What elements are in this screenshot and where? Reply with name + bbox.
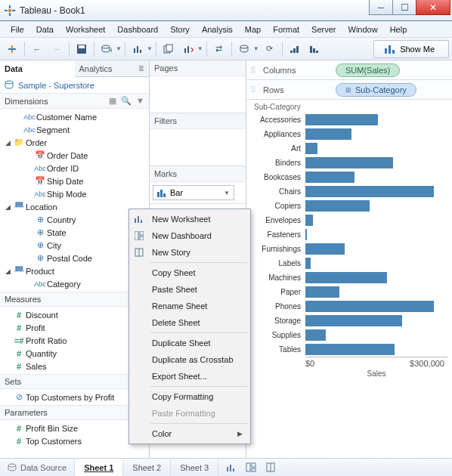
menu-server[interactable]: Server — [305, 23, 342, 36]
duplicate-button[interactable] — [159, 40, 178, 58]
mark-type-dropdown[interactable]: Bar ▼ — [153, 185, 234, 200]
menu-format[interactable]: Format — [267, 23, 305, 36]
connect-button[interactable] — [235, 40, 253, 58]
menu-duplicate-crosstab[interactable]: Duplicate as Crosstab — [131, 351, 249, 368]
tab-sheet-1[interactable]: Sheet 1 — [75, 459, 123, 476]
menu-data[interactable]: Data — [30, 23, 60, 36]
columns-shelf[interactable]: ⦙⦙⦙Columns SUM(Sales) — [246, 60, 452, 80]
tab-data-source[interactable]: Data Source — [0, 459, 75, 476]
sort-asc-button[interactable] — [286, 40, 304, 58]
tableau-logo-icon[interactable] — [3, 40, 21, 58]
menu-help[interactable]: Help — [384, 23, 413, 36]
new-datasource-button[interactable]: + — [98, 40, 116, 58]
dimension-item[interactable]: ⊕City — [3, 239, 149, 252]
tab-sheet-2[interactable]: Sheet 2 — [123, 459, 171, 476]
bar-row[interactable]: Chairs — [251, 184, 447, 199]
menu-new-story[interactable]: New Story — [131, 244, 249, 261]
swap-button[interactable]: ⇄ — [210, 40, 228, 58]
tab-data[interactable]: Data — [0, 60, 75, 77]
bar-chart[interactable]: AccessoriesAppliancesArtBindersBookcases… — [251, 113, 447, 357]
menu-story[interactable]: Story — [164, 23, 196, 36]
bar-row[interactable]: Furnishings — [251, 242, 447, 256]
filters-shelf[interactable]: Filters — [150, 113, 246, 166]
menu-analysis[interactable]: Analysis — [196, 23, 239, 36]
new-worksheet-tab-icon[interactable] — [226, 462, 237, 472]
bar-row[interactable]: Paper — [251, 285, 447, 299]
view-toggle-icon[interactable]: ▦ — [109, 96, 116, 106]
parameter-item[interactable]: #Top Customers — [3, 434, 149, 447]
menu-export-sheet[interactable]: Export Sheet... — [131, 368, 249, 385]
menu-rename-sheet[interactable]: Rename Sheet — [131, 298, 249, 314]
dimensions-menu-icon[interactable]: ▼ — [136, 96, 144, 106]
menu-worksheet[interactable]: Worksheet — [60, 23, 111, 36]
menu-copy-formatting[interactable]: Copy Formatting — [131, 388, 249, 405]
bar-row[interactable]: Machines — [251, 270, 447, 285]
bar-row[interactable]: Accessories — [251, 113, 447, 127]
menu-file[interactable]: File — [5, 23, 30, 36]
set-item[interactable]: ⊘Top Customers by Profit — [3, 391, 149, 403]
tab-sheet-3[interactable]: Sheet 3 — [171, 459, 218, 476]
dimension-item[interactable]: ◢ᚙLocation — [3, 200, 149, 213]
dimension-item[interactable]: AbcCustomer Name — [3, 110, 149, 123]
menu-dashboard[interactable]: Dashboard — [111, 23, 164, 36]
forward-button[interactable]: → — [48, 40, 66, 58]
bar-row[interactable]: Storage — [251, 314, 447, 328]
dimension-item[interactable]: ◢ᚙProduct — [3, 264, 149, 277]
menu-map[interactable]: Map — [239, 23, 267, 36]
dimension-item[interactable]: ⊕Country — [3, 213, 149, 226]
parameter-item[interactable]: #Profit Bin Size — [3, 422, 149, 434]
minimize-button[interactable]: ─ — [369, 0, 393, 15]
dimension-item[interactable]: 📅Ship Date — [3, 175, 149, 187]
search-icon[interactable]: 🔍 — [121, 96, 132, 106]
dimension-item[interactable]: ⊕State — [3, 226, 149, 239]
dimension-item[interactable]: AbcOrder ID — [3, 162, 149, 175]
save-button[interactable] — [73, 40, 91, 58]
refresh-button[interactable]: ⟳ — [261, 40, 279, 58]
bar-row[interactable]: Phones — [251, 299, 447, 314]
bar-row[interactable]: Envelopes — [251, 213, 447, 227]
rows-pill[interactable]: Sub-Category — [336, 83, 416, 97]
bar-row[interactable]: Art — [251, 141, 447, 156]
show-me-button[interactable]: Show Me — [373, 40, 449, 58]
bar-row[interactable]: Labels — [251, 256, 447, 270]
dimension-item[interactable]: ⊕Postal Code — [3, 252, 149, 264]
menu-copy-sheet[interactable]: Copy Sheet — [131, 264, 249, 281]
clear-button[interactable]: ✕ — [179, 40, 197, 58]
menu-color[interactable]: Color▶ — [131, 425, 249, 442]
bar-row[interactable]: Tables — [251, 342, 447, 357]
tab-analytics[interactable]: Analytics≣ — [75, 60, 150, 77]
measure-item[interactable]: =#Profit Ratio — [3, 334, 149, 347]
close-button[interactable]: ✕ — [416, 0, 450, 15]
measure-item[interactable]: #Sales — [3, 360, 149, 372]
menu-new-dashboard[interactable]: New Dashboard — [131, 227, 249, 244]
dimension-item[interactable]: 📅Order Date — [3, 149, 149, 162]
menu-new-worksheet[interactable]: New Worksheet — [131, 211, 249, 227]
new-worksheet-button[interactable] — [128, 40, 147, 58]
columns-pill[interactable]: SUM(Sales) — [336, 63, 400, 77]
bar-row[interactable]: Fasteners — [251, 227, 447, 242]
measure-item[interactable]: #Discount — [3, 308, 149, 321]
measure-item[interactable]: #Profit — [3, 321, 149, 334]
bar-row[interactable]: Copiers — [251, 199, 447, 213]
measure-item[interactable]: #Quantity — [3, 347, 149, 360]
pages-shelf[interactable]: Pages — [150, 60, 246, 113]
new-dashboard-tab-icon[interactable] — [246, 462, 256, 472]
bar-row[interactable]: Bookcases — [251, 170, 447, 184]
dimension-item[interactable]: ◢📁Order — [3, 136, 149, 149]
new-story-tab-icon[interactable] — [265, 462, 276, 472]
menu-paste-sheet[interactable]: Paste Sheet — [131, 281, 249, 298]
bar-row[interactable]: Appliances — [251, 127, 447, 141]
menu-duplicate-sheet[interactable]: Duplicate Sheet — [131, 335, 249, 351]
menu-delete-sheet[interactable]: Delete Sheet — [131, 314, 249, 331]
datasource-item[interactable]: Sample - Superstore — [0, 77, 149, 93]
maximize-button[interactable]: ☐ — [392, 0, 416, 15]
dimension-item[interactable]: AbcCategory — [3, 277, 149, 290]
bar-row[interactable]: Supplies — [251, 328, 447, 342]
analytics-options-icon[interactable]: ≣ — [138, 65, 144, 73]
dimension-item[interactable]: AbcSegment — [3, 123, 149, 136]
sort-desc-button[interactable] — [305, 40, 324, 58]
rows-shelf[interactable]: ⦙⦙⦙Rows Sub-Category — [246, 80, 452, 100]
bar-row[interactable]: Binders — [251, 156, 447, 170]
back-button[interactable]: ← — [28, 40, 46, 58]
menu-window[interactable]: Window — [342, 23, 384, 36]
